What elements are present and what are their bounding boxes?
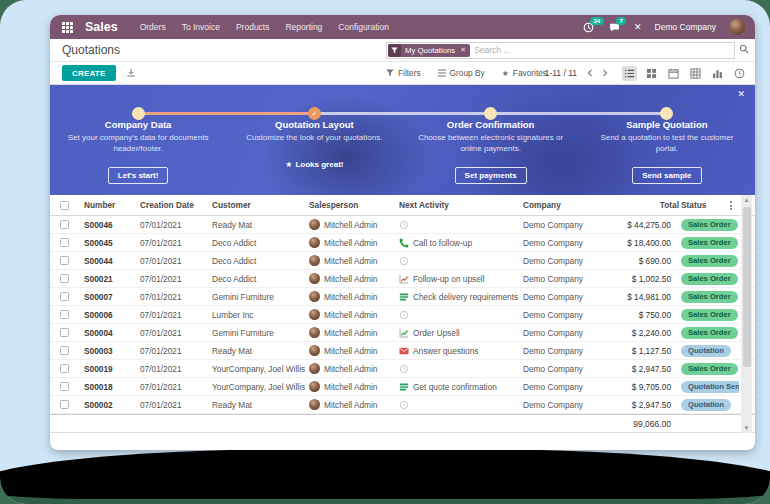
row-customer: Ready Mat [212,346,309,356]
col-header-salesperson[interactable]: Salesperson [309,200,399,210]
clock-activity-icon[interactable] [399,220,409,230]
apps-grid-icon[interactable] [62,22,73,33]
systray-x-icon[interactable]: ✕ [634,22,642,32]
envelope-activity-icon[interactable] [399,346,409,356]
vertical-scrollbar[interactable]: ▲ ▼ [741,195,752,433]
search-magnifier-icon[interactable] [739,44,749,54]
onboarding-step: Order Confirmation Choose between electr… [403,119,579,195]
clock-activity-icon[interactable] [399,310,409,320]
row-checkbox[interactable] [60,238,69,247]
pager-prev-icon[interactable] [586,68,594,78]
col-header-number[interactable]: Number [84,200,140,210]
pivot-view-icon[interactable] [688,66,703,81]
select-all-checkbox[interactable] [60,201,69,210]
row-total: $ 2,240.00 [607,328,679,338]
menu-item-to-invoice[interactable]: To Invoice [182,22,220,32]
kanban-view-icon[interactable] [644,66,659,81]
row-company: Demo Company [523,382,607,392]
row-checkbox[interactable] [60,400,69,409]
row-checkbox[interactable] [60,364,69,373]
row-checkbox[interactable] [60,382,69,391]
menu-item-orders[interactable]: Orders [140,22,166,32]
row-creation-date: 07/01/2021 [140,364,212,374]
row-creation-date: 07/01/2021 [140,220,212,230]
row-creation-date: 07/01/2021 [140,274,212,284]
optional-columns-toggle-icon[interactable] [730,201,733,212]
col-header-total[interactable]: Total [607,200,679,210]
salesperson-avatar [309,237,320,248]
phone-activity-icon[interactable] [399,238,409,248]
table-row[interactable]: S00021 07/01/2021 Deco Addict Mitchell A… [50,270,755,288]
table-row[interactable]: S00003 07/01/2021 Ready Mat Mitchell Adm… [50,342,755,360]
step-done-star-text[interactable]: ★Looks great! [285,160,343,169]
calendar-view-icon[interactable] [666,66,681,81]
messages-chat-icon[interactable]: 7 [608,21,621,34]
col-header-creation-date[interactable]: Creation Date [140,200,212,210]
table-row[interactable]: S00018 07/01/2021 YourCompany, Joel Will… [50,378,755,396]
scroll-up-icon[interactable]: ▲ [741,195,752,205]
pager-next-icon[interactable] [601,68,609,78]
row-company: Demo Company [523,364,607,374]
group-by-menu[interactable]: Group By [438,68,485,78]
export-download-icon[interactable] [126,68,136,78]
search-facet[interactable]: My Quotations ✕ [388,44,470,57]
chart-red-activity-icon[interactable] [399,274,409,284]
row-checkbox[interactable] [60,310,69,319]
user-avatar[interactable] [729,19,745,35]
row-checkbox[interactable] [60,292,69,301]
activity-view-icon[interactable] [732,66,747,81]
top-nav-bar: Sales OrdersTo InvoiceProductsReportingC… [50,15,755,39]
filters-menu[interactable]: Filters [386,68,421,78]
step-button-set-payments[interactable]: Set payments [455,167,527,184]
table-row[interactable]: S00007 07/01/2021 Gemini Furniture Mitch… [50,288,755,306]
favorites-menu[interactable]: ★ Favorites [502,68,547,78]
salesperson-avatar [309,345,320,356]
scroll-down-icon[interactable]: ▼ [741,423,752,433]
menu-item-products[interactable]: Products [236,22,270,32]
table-row[interactable]: S00019 07/01/2021 YourCompany, Joel Will… [50,360,755,378]
step-button-let-s-start-[interactable]: Let's start! [108,167,169,184]
clock-activity-icon[interactable] [399,400,409,410]
row-number: S00021 [84,274,140,284]
col-header-next-activity[interactable]: Next Activity [399,200,523,210]
menu-item-reporting[interactable]: Reporting [285,22,322,32]
table-row[interactable]: S00006 07/01/2021 Lumber Inc Mitchell Ad… [50,306,755,324]
table-row[interactable]: S00044 07/01/2021 Deco Addict Mitchell A… [50,252,755,270]
app-title[interactable]: Sales [85,20,118,34]
table-row[interactable]: S00045 07/01/2021 Deco Addict Mitchell A… [50,234,755,252]
row-total: $ 750.00 [607,310,679,320]
scrollbar-thumb[interactable] [743,207,751,367]
activities-clock-icon[interactable]: 34 [582,21,595,34]
row-checkbox[interactable] [60,328,69,337]
menu-item-configuration[interactable]: Configuration [338,22,389,32]
row-checkbox[interactable] [60,274,69,283]
table-row[interactable]: S00046 07/01/2021 Ready Mat Mitchell Adm… [50,216,755,234]
table-row[interactable]: S00004 07/01/2021 Gemini Furniture Mitch… [50,324,755,342]
table-rows: S00046 07/01/2021 Ready Mat Mitchell Adm… [50,216,755,414]
salesperson-avatar [309,255,320,266]
search-box[interactable]: My Quotations ✕ [386,42,735,59]
status-badge: Sales Order [681,255,738,267]
onboarding-step: Company Data Set your company's data for… [50,119,226,195]
step-button-send-sample[interactable]: Send sample [632,167,701,184]
clock-activity-icon[interactable] [399,256,409,266]
list-view-icon[interactable] [622,66,637,81]
graph-view-icon[interactable] [710,66,725,81]
col-header-customer[interactable]: Customer [212,200,309,210]
favorites-star-icon: ★ [502,69,509,78]
facet-remove-icon[interactable]: ✕ [459,46,470,54]
col-header-company[interactable]: Company [523,200,607,210]
table-row[interactable]: S00002 07/01/2021 Ready Mat Mitchell Adm… [50,396,755,414]
list-activity-icon[interactable] [399,292,409,302]
row-number: S00018 [84,382,140,392]
list-activity-icon[interactable] [399,382,409,392]
clock-activity-icon[interactable] [399,364,409,374]
chart-green-activity-icon[interactable] [399,328,409,338]
create-button[interactable]: CREATE [62,65,116,81]
row-checkbox[interactable] [60,346,69,355]
row-company: Demo Company [523,328,607,338]
company-switcher[interactable]: Demo Company [655,22,716,32]
row-checkbox[interactable] [60,256,69,265]
search-input[interactable] [470,45,733,55]
row-checkbox[interactable] [60,220,69,229]
